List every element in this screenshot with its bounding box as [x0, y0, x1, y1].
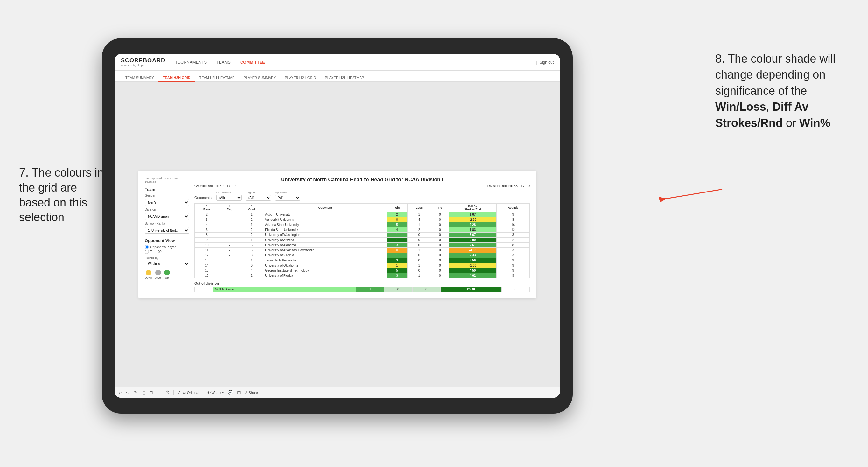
colour-by-label: Colour by [145, 256, 189, 260]
radio-opponents-played[interactable]: Opponents Played [145, 245, 189, 249]
table-row: 8-2University of Washington1003.673 [195, 232, 530, 238]
grid-icon[interactable]: ⊞ [149, 390, 153, 395]
overall-record: Overall Record: 89 - 17 - 0 [194, 184, 236, 188]
colour-dots: Down Level Up [145, 270, 189, 279]
col-reg: #Reg [219, 204, 240, 212]
table-row: 4-1Arizona State University5102.2816 [195, 222, 530, 227]
green-dot [164, 270, 170, 276]
watch-button[interactable]: 👁 Watch ▾ [207, 390, 224, 395]
nav-bar: SCOREBOARD Powered by clippd TOURNAMENTS… [115, 54, 560, 71]
col-rank: #Rank [195, 204, 219, 212]
annotation-bold3: Win% [799, 117, 831, 129]
col-conf: #Conf [240, 204, 264, 212]
toolbar-divider2 [203, 390, 203, 395]
arrow-right-indicator [655, 183, 725, 202]
annotation-left: 7. The colours in the grid are based on … [19, 165, 108, 225]
filter-conference: Conference (All) [216, 191, 242, 201]
forward-icon[interactable]: ↷ [134, 390, 137, 395]
toolbar: ↩ ↪ ↷ ⬚ ⊞ — ⏱ View: Original 👁 Watch ▾ 💬… [115, 387, 560, 398]
dash-icon[interactable]: — [157, 390, 161, 395]
division-select[interactable]: NCAA Division I [145, 213, 189, 220]
eye-icon: 👁 [207, 391, 211, 395]
content-card: Last Updated: 27/03/2024 16:55:38 Team G… [138, 170, 536, 299]
conference-select[interactable]: (All) [216, 195, 242, 201]
opponent-select[interactable]: (All) [275, 195, 300, 201]
filter-opponent: Opponent (All) [275, 191, 300, 201]
out-div-name: NCAA Division II [213, 287, 356, 292]
sub-nav-player-summary[interactable]: PLAYER SUMMARY [239, 74, 280, 82]
table-row: 10-5University of Alabama3002.618 [195, 243, 530, 248]
clock-icon[interactable]: ⏱ [165, 390, 169, 395]
logo-title: SCOREBOARD [121, 57, 165, 64]
radio-group: Opponents Played Top 100 [145, 245, 189, 254]
nav-items: TOURNAMENTS TEAMS COMMITTEE [175, 59, 536, 66]
dot-level: Level [155, 270, 162, 279]
crop-icon[interactable]: ⬚ [141, 390, 146, 395]
opponent-view-label: Opponent View [145, 238, 189, 243]
table-row: 6-2Florida State University4201.8312 [195, 227, 530, 232]
redo-icon[interactable]: ↪ [126, 390, 130, 395]
right-grid: University of North Carolina Head-to-Hea… [194, 177, 530, 292]
comment-icon[interactable]: 💬 [228, 390, 233, 395]
nav-committee[interactable]: COMMITTEE [240, 59, 265, 66]
out-div-rounds: 3 [501, 287, 529, 292]
sub-nav-team-h2h-heatmap[interactable]: TEAM H2H HEATMAP [195, 74, 239, 82]
tablet-device: SCOREBOARD Powered by clippd TOURNAMENTS… [102, 38, 573, 413]
school-select[interactable]: 1. University of Nort... [145, 227, 189, 234]
col-loss: Loss [407, 204, 431, 212]
out-division-table: NCAA Division II 1 0 0 26.00 3 [194, 287, 530, 292]
colour-by-select[interactable]: Win/loss [145, 260, 189, 267]
nav-tournaments[interactable]: TOURNAMENTS [175, 59, 207, 66]
nav-teams[interactable]: TEAMS [216, 59, 231, 66]
yellow-dot [146, 270, 151, 276]
annotation-right-text1: 8. The colour shade will change dependin… [715, 52, 836, 97]
team-label: Team [145, 187, 189, 192]
grid-title: University of North Carolina Head-to-Hea… [194, 177, 530, 183]
svg-line-3 [665, 189, 722, 199]
radio-top100[interactable]: Top 100 [145, 250, 189, 254]
last-updated: Last Updated: 27/03/2024 16:55:38 [145, 177, 189, 183]
undo-icon[interactable]: ↩ [118, 390, 122, 395]
table-row: 9-1University of Arizona1009.002 [195, 238, 530, 243]
col-tie: Tie [431, 204, 449, 212]
sub-nav: TEAM SUMMARY TEAM H2H GRID TEAM H2H HEAT… [115, 71, 560, 82]
division-record: Division Record: 88 - 17 - 0 [488, 184, 530, 188]
view-original: View: Original [178, 391, 199, 395]
opponents-label: Opponents: [194, 196, 213, 201]
grid-records: Overall Record: 89 - 17 - 0 Division Rec… [194, 184, 530, 188]
table-row: 15-4Georgia Institute of Technology5004.… [195, 268, 530, 273]
logo-area: SCOREBOARD Powered by clippd [121, 57, 165, 67]
school-label: School (Rank) [145, 222, 189, 225]
share-button[interactable]: ↗ Share [245, 390, 258, 395]
table-row: 11-6University of Arkansas, Fayetteville… [195, 248, 530, 253]
share-icon: ↗ [245, 390, 248, 395]
sub-nav-team-summary[interactable]: TEAM SUMMARY [121, 74, 158, 82]
col-rounds: Rounds [496, 204, 529, 212]
logo-sub: Powered by clippd [121, 64, 165, 67]
toolbar-divider [174, 390, 174, 395]
sign-out-button[interactable]: Sign out [540, 60, 554, 65]
table-row: 14-0University of Oklahoma110-1.009 [195, 263, 530, 268]
table-row: 3-2Vanderbilt University040-2.298 [195, 217, 530, 222]
col-win: Win [387, 204, 407, 212]
card-body: Last Updated: 27/03/2024 16:55:38 Team G… [145, 177, 530, 292]
out-div-empty [195, 287, 214, 292]
sub-nav-player-h2h-grid[interactable]: PLAYER H2H GRID [280, 74, 320, 82]
out-div-loss: 0 [384, 287, 412, 292]
table-row: 2-1Auburn University2101.679 [195, 212, 530, 217]
watch-chevron: ▾ [222, 390, 224, 395]
division-label: Division [145, 208, 189, 211]
region-select[interactable]: (All) [246, 195, 271, 201]
gender-select[interactable]: Men's [145, 199, 189, 206]
left-panel: Last Updated: 27/03/2024 16:55:38 Team G… [145, 177, 189, 292]
sub-nav-player-h2h-heatmap[interactable]: PLAYER H2H HEATMAP [320, 74, 368, 82]
main-content: Last Updated: 27/03/2024 16:55:38 Team G… [115, 82, 560, 387]
col-diff: Diff AvStrokes/Rnd [449, 204, 497, 212]
data-table: #Rank #Reg #Conf Opponent Win Loss Tie D… [194, 203, 530, 278]
layout-icon[interactable]: ⊟ [237, 390, 241, 395]
dot-up: Up [164, 270, 170, 279]
gray-dot [155, 270, 161, 276]
table-row: 12-3University of Virginia1002.333 [195, 253, 530, 258]
gender-label: Gender [145, 194, 189, 197]
sub-nav-team-h2h-grid[interactable]: TEAM H2H GRID [158, 74, 195, 82]
